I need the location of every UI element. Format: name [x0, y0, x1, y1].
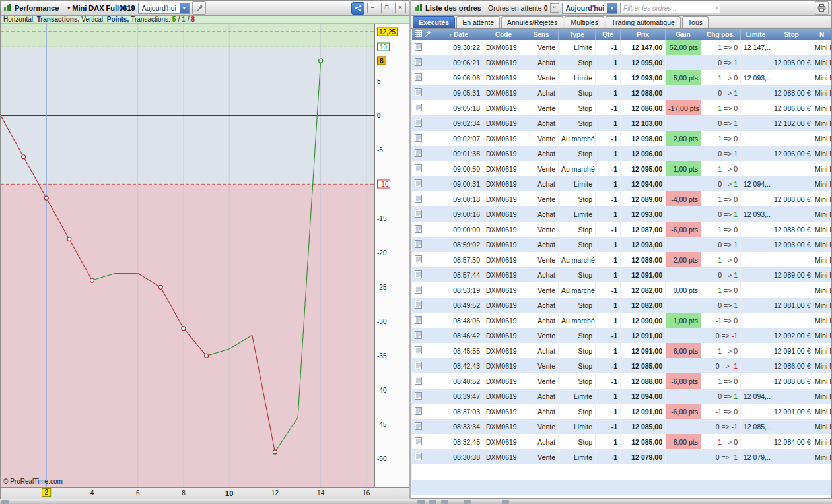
order-row-icon[interactable]: [412, 161, 434, 176]
column-header-qte[interactable]: Qté: [596, 29, 621, 40]
column-header-gain[interactable]: Gain: [666, 29, 701, 40]
order-row-icon[interactable]: [412, 176, 434, 191]
order-row[interactable]: 09:06:21DXM0619AchatStop112 095,000 => 1…: [412, 55, 832, 70]
tab-trading-automatique[interactable]: Trading automatique: [606, 16, 681, 28]
order-row-icon[interactable]: [412, 298, 434, 313]
order-gain: 1,00 pts: [666, 313, 701, 328]
order-row[interactable]: 08:49:52DXM0619AchatStop112 082,000 => 1…: [412, 298, 832, 313]
order-row-icon[interactable]: [412, 358, 434, 373]
tab-annules-rejetes[interactable]: Annulés/Rejetés: [501, 16, 563, 28]
share-button[interactable]: [351, 2, 364, 15]
tab-en-attente[interactable]: En attente: [456, 16, 500, 28]
order-date: 08:53:19: [434, 282, 483, 298]
order-row-icon[interactable]: [412, 419, 434, 434]
order-type: Limite: [559, 176, 596, 191]
order-row-icon[interactable]: [412, 206, 434, 222]
order-row[interactable]: 09:38:22DXM0619VenteLimite-112 147,0052,…: [412, 40, 832, 55]
column-header-date[interactable]: ↑ Date: [434, 29, 483, 40]
order-date: 09:06:21: [434, 55, 483, 70]
order-row[interactable]: 08:32:45DXM0619AchatStop112 085,00-6,00 …: [412, 434, 832, 449]
order-side: Achat: [524, 343, 559, 358]
performance-chart-plot[interactable]: [1, 24, 374, 487]
column-header-code[interactable]: Code: [483, 29, 524, 40]
order-row[interactable]: 08:46:42DXM0619VenteStop-112 091,000 => …: [412, 328, 832, 343]
order-row[interactable]: 08:48:06DXM0619AchatAu marché112 090,001…: [412, 313, 832, 328]
minimize-button[interactable]: –: [367, 3, 378, 13]
order-row-icon[interactable]: [412, 115, 434, 131]
order-position-change: 1 => 0: [701, 70, 741, 85]
column-header-stop[interactable]: Stop: [771, 29, 812, 40]
order-position-change: -1 => 0: [701, 343, 741, 358]
order-row-icon[interactable]: [412, 328, 434, 343]
order-row[interactable]: 08:57:50DXM0619VenteAu marché-112 089,00…: [412, 252, 832, 267]
order-row-icon[interactable]: [412, 85, 434, 100]
order-row-icon[interactable]: [412, 434, 434, 449]
column-header-nom[interactable]: N: [812, 29, 832, 40]
order-row[interactable]: 08:59:02DXM0619AchatStop112 093,000 => 1…: [412, 237, 832, 252]
order-row-icon[interactable]: [412, 313, 434, 328]
order-row-icon[interactable]: [412, 146, 434, 161]
order-row[interactable]: 08:53:19DXM0619VenteAu marché-112 082,00…: [412, 282, 832, 298]
tab-multiples[interactable]: Multiples: [565, 16, 604, 28]
pending-orders-toggle[interactable]: Ordres en attente 0 ×: [488, 3, 559, 13]
order-row-icon[interactable]: [412, 131, 434, 146]
order-row[interactable]: 09:00:31DXM0619AchatLimite112 094,000 =>…: [412, 176, 832, 191]
order-row[interactable]: 08:45:55DXM0619AchatStop112 091,00-6,00 …: [412, 343, 832, 358]
order-row-icon[interactable]: [412, 404, 434, 419]
order-row[interactable]: 09:02:34DXM0619AchatStop112 103,000 => 1…: [412, 115, 832, 131]
order-qty: 1: [596, 298, 621, 313]
order-row[interactable]: 09:05:31DXM0619AchatStop112 088,000 => 1…: [412, 85, 832, 100]
order-row[interactable]: 09:01:38DXM0619AchatStop112 096,000 => 1…: [412, 146, 832, 161]
clear-filter-icon[interactable]: ×: [715, 5, 718, 11]
close-button[interactable]: ×: [395, 3, 406, 13]
maximize-button[interactable]: □: [381, 3, 392, 13]
order-row[interactable]: 08:57:44DXM0619AchatStop112 091,000 => 1…: [412, 267, 832, 282]
column-header-chg[interactable]: Chg pos.: [701, 29, 741, 40]
order-row-icon[interactable]: [412, 70, 434, 85]
order-row[interactable]: 08:37:03DXM0619AchatStop112 091,00-6,00 …: [412, 404, 832, 419]
order-row[interactable]: 09:00:16DXM0619AchatLimite112 093,000 =>…: [412, 206, 832, 222]
order-row-icon[interactable]: [412, 222, 434, 237]
filter-orders-input[interactable]: [620, 3, 720, 13]
column-header-limite[interactable]: Limite: [741, 29, 771, 40]
print-button[interactable]: [815, 1, 829, 15]
column-header-prix[interactable]: Prix: [621, 29, 666, 40]
order-row-icon[interactable]: [412, 343, 434, 358]
order-row-icon[interactable]: [412, 237, 434, 252]
period-select-left[interactable]: Aujourd'hui ▾: [138, 3, 190, 14]
tab-tous[interactable]: Tous: [682, 16, 709, 28]
orders-header-icons[interactable]: [412, 29, 434, 40]
tab-executes[interactable]: Exécutés: [413, 16, 455, 28]
order-row[interactable]: 09:00:50DXM0619VenteAu marché-112 095,00…: [412, 161, 832, 176]
order-row-icon[interactable]: [412, 40, 434, 55]
performance-chart[interactable]: 12,2510850-5-10-15-20-25-30-35-40-45-50 …: [1, 24, 410, 487]
order-price: 12 091,00: [621, 404, 666, 419]
order-row-icon[interactable]: [412, 373, 434, 389]
close-icon[interactable]: ×: [550, 3, 559, 13]
order-row-icon[interactable]: [412, 267, 434, 282]
order-row-icon[interactable]: [412, 252, 434, 267]
order-row[interactable]: 09:00:00DXM0619VenteStop-112 087,00-6,00…: [412, 222, 832, 237]
order-row-icon[interactable]: [412, 100, 434, 115]
instrument-selector[interactable]: ▾ Mini DAX Full0619: [67, 4, 135, 12]
order-row[interactable]: 08:40:52DXM0619VenteStop-112 088,00-6,00…: [412, 373, 832, 389]
settings-wrench-button[interactable]: [192, 1, 206, 15]
order-row-icon[interactable]: [412, 191, 434, 206]
order-detail-icon: [415, 119, 422, 127]
order-row[interactable]: 08:33:34DXM0619VenteLimite-112 085,000 =…: [412, 419, 832, 434]
order-row[interactable]: 08:30:38DXM0619VenteLimite-112 079,000 =…: [412, 449, 832, 464]
period-select-right[interactable]: Aujourd'hui ▾: [562, 3, 617, 14]
order-row[interactable]: 08:42:43DXM0619VenteStop-112 085,000 => …: [412, 358, 832, 373]
order-row[interactable]: 09:06:06DXM0619VenteLimite-112 093,005,0…: [412, 70, 832, 85]
order-row[interactable]: 08:39:47DXM0619AchatLimite112 094,000 =>…: [412, 389, 832, 404]
column-header-sens[interactable]: Sens: [524, 29, 559, 40]
order-position-change: 1 => 0: [701, 40, 741, 55]
order-row-icon[interactable]: [412, 389, 434, 404]
order-row[interactable]: 09:05:18DXM0619VenteStop-112 086,00-17,0…: [412, 100, 832, 115]
order-row[interactable]: 09:00:18DXM0619VenteStop-112 089,00-4,00…: [412, 191, 832, 206]
order-row[interactable]: 09:02:07DXM0619VenteAu marché-112 098,00…: [412, 131, 832, 146]
order-row-icon[interactable]: [412, 282, 434, 298]
order-row-icon[interactable]: [412, 55, 434, 70]
order-row-icon[interactable]: [412, 449, 434, 464]
column-header-type[interactable]: Type: [559, 29, 596, 40]
